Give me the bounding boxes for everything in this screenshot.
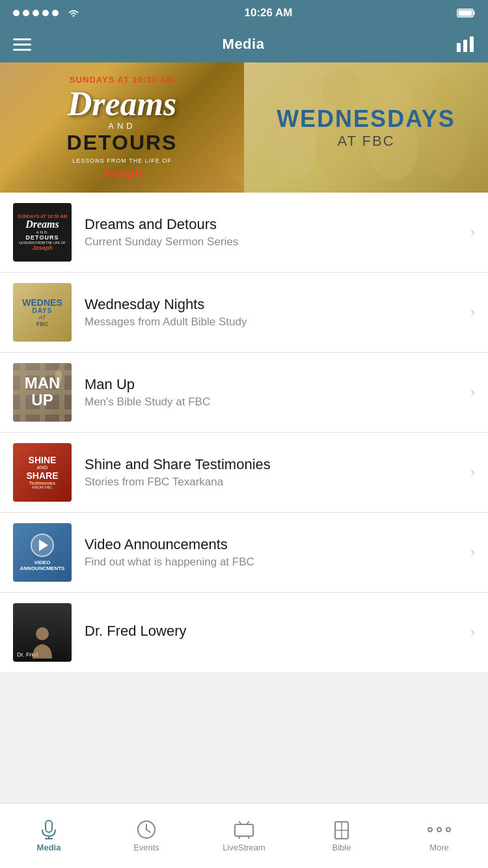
tv-icon [234, 819, 254, 840]
chart-icon[interactable] [455, 36, 475, 52]
status-bar: 10:26 AM [0, 0, 488, 26]
thumbnail-dr-fred: Dr. Fred [13, 603, 72, 662]
tab-more[interactable]: More [390, 804, 488, 868]
chevron-right-icon: › [470, 544, 475, 561]
list-item[interactable]: MAN UP Man Up Men's Bible Study at FBC › [0, 353, 488, 433]
chevron-right-icon: › [470, 624, 475, 641]
svg-rect-30 [235, 824, 253, 836]
book-icon [331, 819, 352, 840]
list-item[interactable]: VIDEOANNOUNCMENTS Video Announcements Fi… [0, 513, 488, 593]
tab-events-label: Events [133, 843, 159, 852]
tab-more-label: More [429, 843, 449, 852]
play-button-icon [31, 534, 54, 557]
list-item-title: Wednesday Nights [85, 296, 464, 313]
clock-icon [136, 819, 157, 840]
tab-media-label: Media [37, 843, 61, 852]
list-item-title: Dr. Fred Lowery [85, 623, 464, 640]
list-item-title: Shine and Share Testimonies [85, 456, 464, 473]
svg-rect-24 [46, 821, 52, 832]
dots-icon [427, 819, 451, 840]
status-time: 10:26 AM [244, 7, 292, 20]
banner-dreams-title: Dreams [68, 87, 177, 121]
list-item[interactable]: SHINE AND SHARE Testimonies FROM FBC Shi… [0, 433, 488, 513]
list-item-subtitle: Current Sunday Sermon Series [85, 236, 464, 249]
list-item[interactable]: WEDNES DAYS AT FBC Wednesday Nights Mess… [0, 273, 488, 353]
svg-line-29 [146, 830, 150, 832]
list-item-text: Dr. Fred Lowery [85, 623, 464, 642]
svg-rect-2 [458, 10, 472, 16]
svg-point-23 [36, 627, 49, 640]
list-item-text: Wednesday Nights Messages from Adult Bib… [85, 296, 464, 329]
signal-dots [13, 8, 80, 18]
svg-point-12 [431, 77, 460, 106]
list-item-title: Man Up [85, 376, 464, 393]
list-item-text: Video Announcements Find out what is hap… [85, 536, 464, 569]
chevron-right-icon: › [470, 464, 475, 481]
list-item[interactable]: Dr. Fred Dr. Fred Lowery › [0, 593, 488, 672]
banner-joseph-text: Joseph [102, 164, 143, 181]
list-item-subtitle: Find out what is happening at FBC [85, 556, 464, 569]
tab-events[interactable]: Events [98, 804, 195, 868]
list-item-subtitle: Stories from FBC Texarkana [85, 476, 464, 489]
thumbnail-man-up: MAN UP [13, 363, 72, 422]
list-item-text: Man Up Men's Bible Study at FBC [85, 376, 464, 409]
svg-point-10 [322, 69, 361, 108]
list-item-title: Video Announcements [85, 536, 464, 553]
tab-bible[interactable]: Bible [293, 804, 390, 868]
tab-livestream[interactable]: LiveStream [195, 804, 293, 868]
navigation-bar: Media [0, 26, 488, 62]
list-item-text: Shine and Share Testimonies Stories from… [85, 456, 464, 489]
battery-icon [457, 8, 475, 18]
chevron-right-icon: › [470, 384, 475, 401]
svg-rect-1 [473, 11, 474, 15]
banner-wednesdays-title: WEDNESDAYS [277, 105, 455, 133]
list-item-text: Dreams and Detours Current Sunday Sermon… [85, 216, 464, 249]
thumbnail-video-announcements: VIDEOANNOUNCMENTS [13, 523, 72, 582]
wifi-icon [67, 8, 80, 18]
tab-media[interactable]: Media [0, 804, 98, 868]
list-item-title: Dreams and Detours [85, 216, 464, 233]
banner-at-fbc-text: AT FBC [277, 133, 455, 150]
thumbnail-dreams-detours: SUNDAYS AT 10:30 AM Dreams AND DETOURS L… [13, 203, 72, 262]
banner-carousel[interactable]: SUNDAYS AT 10:30 AM Dreams AND DETOURS L… [0, 62, 488, 193]
banner-dreams-detours[interactable]: SUNDAYS AT 10:30 AM Dreams AND DETOURS L… [0, 62, 244, 193]
svg-rect-3 [457, 43, 461, 52]
svg-rect-4 [463, 40, 467, 52]
hamburger-menu-button[interactable] [13, 38, 31, 51]
list-item[interactable]: SUNDAYS AT 10:30 AM Dreams AND DETOURS L… [0, 193, 488, 273]
banner-wednesdays[interactable]: WEDNESDAYS AT FBC [244, 62, 488, 193]
list-item-subtitle: Men's Bible Study at FBC [85, 396, 464, 409]
media-list: SUNDAYS AT 10:30 AM Dreams AND DETOURS L… [0, 193, 488, 672]
banner-sundays-label: SUNDAYS AT 10:30 AM [70, 75, 174, 85]
chevron-right-icon: › [470, 224, 475, 241]
chevron-right-icon: › [470, 304, 475, 321]
thumbnail-shine-share: SHINE AND SHARE Testimonies FROM FBC [13, 443, 72, 502]
tab-bar: Media Events LiveStream Bible [0, 803, 488, 868]
tab-livestream-label: LiveStream [223, 843, 265, 852]
microphone-icon [38, 819, 59, 840]
tab-bible-label: Bible [332, 843, 351, 852]
thumbnail-wednesday-nights: WEDNES DAYS AT FBC [13, 283, 72, 342]
list-item-subtitle: Messages from Adult Bible Study [85, 316, 464, 329]
banner-and-text: AND [108, 121, 135, 131]
svg-rect-5 [470, 36, 474, 52]
banner-detours-title: DETOURS [67, 131, 178, 155]
page-title: Media [223, 36, 265, 53]
banner-lessons-text: LESSONS FROM THE LIFE OF [72, 157, 171, 164]
